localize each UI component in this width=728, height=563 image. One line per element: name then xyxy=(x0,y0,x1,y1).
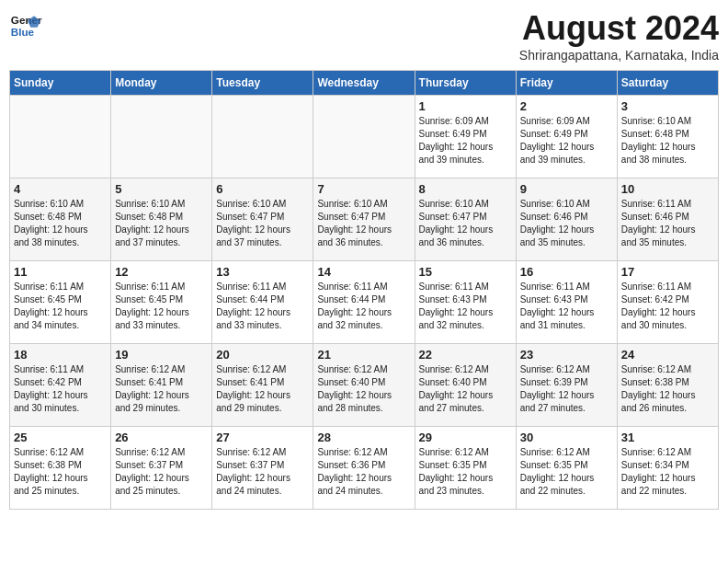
day-info: Sunrise: 6:12 AM Sunset: 6:38 PM Dayligh… xyxy=(621,363,714,415)
day-info: Sunrise: 6:12 AM Sunset: 6:40 PM Dayligh… xyxy=(317,363,410,415)
calendar-day-cell: 23Sunrise: 6:12 AM Sunset: 6:39 PM Dayli… xyxy=(516,344,617,427)
day-number: 26 xyxy=(115,431,208,444)
day-number: 29 xyxy=(419,431,512,444)
day-info: Sunrise: 6:11 AM Sunset: 6:46 PM Dayligh… xyxy=(621,198,714,249)
calendar-day-cell xyxy=(212,96,313,178)
calendar-day-cell: 8Sunrise: 6:10 AM Sunset: 6:47 PM Daylig… xyxy=(415,178,516,261)
day-number: 22 xyxy=(419,348,512,362)
calendar-day-cell xyxy=(10,96,111,178)
day-info: Sunrise: 6:11 AM Sunset: 6:44 PM Dayligh… xyxy=(317,281,410,332)
day-info: Sunrise: 6:12 AM Sunset: 6:41 PM Dayligh… xyxy=(115,363,208,415)
day-number: 18 xyxy=(14,348,107,362)
calendar-day-cell: 3Sunrise: 6:10 AM Sunset: 6:48 PM Daylig… xyxy=(617,96,718,178)
calendar-day-cell: 15Sunrise: 6:11 AM Sunset: 6:43 PM Dayli… xyxy=(415,261,516,344)
day-number: 21 xyxy=(317,348,410,362)
day-number: 3 xyxy=(621,99,714,113)
day-info: Sunrise: 6:11 AM Sunset: 6:44 PM Dayligh… xyxy=(216,281,309,332)
day-info: Sunrise: 6:12 AM Sunset: 6:39 PM Dayligh… xyxy=(520,363,613,415)
day-info: Sunrise: 6:12 AM Sunset: 6:37 PM Dayligh… xyxy=(115,446,208,498)
calendar-day-cell: 12Sunrise: 6:11 AM Sunset: 6:45 PM Dayli… xyxy=(111,261,212,344)
day-info: Sunrise: 6:12 AM Sunset: 6:40 PM Dayligh… xyxy=(419,363,512,415)
day-info: Sunrise: 6:10 AM Sunset: 6:48 PM Dayligh… xyxy=(115,198,208,249)
day-info: Sunrise: 6:11 AM Sunset: 6:43 PM Dayligh… xyxy=(520,281,613,332)
weekday-header-cell: Saturday xyxy=(617,71,718,96)
calendar-day-cell: 9Sunrise: 6:10 AM Sunset: 6:46 PM Daylig… xyxy=(516,178,617,261)
day-number: 1 xyxy=(419,99,512,113)
weekday-header-cell: Thursday xyxy=(415,71,516,96)
calendar-day-cell: 21Sunrise: 6:12 AM Sunset: 6:40 PM Dayli… xyxy=(313,344,415,427)
day-number: 11 xyxy=(14,265,107,279)
day-info: Sunrise: 6:10 AM Sunset: 6:46 PM Dayligh… xyxy=(520,198,613,249)
logo: General Blue General Blue xyxy=(9,9,42,42)
calendar-day-cell: 29Sunrise: 6:12 AM Sunset: 6:35 PM Dayli… xyxy=(415,427,516,510)
calendar-day-cell: 18Sunrise: 6:11 AM Sunset: 6:42 PM Dayli… xyxy=(10,344,111,427)
calendar-day-cell: 16Sunrise: 6:11 AM Sunset: 6:43 PM Dayli… xyxy=(516,261,617,344)
day-info: Sunrise: 6:09 AM Sunset: 6:49 PM Dayligh… xyxy=(520,115,613,167)
calendar-day-cell: 19Sunrise: 6:12 AM Sunset: 6:41 PM Dayli… xyxy=(111,344,212,427)
day-number: 28 xyxy=(317,431,410,444)
calendar-day-cell: 5Sunrise: 6:10 AM Sunset: 6:48 PM Daylig… xyxy=(111,178,212,261)
day-number: 19 xyxy=(115,348,208,362)
calendar-day-cell: 31Sunrise: 6:12 AM Sunset: 6:34 PM Dayli… xyxy=(617,427,718,510)
calendar-day-cell xyxy=(111,96,212,178)
day-info: Sunrise: 6:10 AM Sunset: 6:48 PM Dayligh… xyxy=(14,198,107,249)
calendar-day-cell: 2Sunrise: 6:09 AM Sunset: 6:49 PM Daylig… xyxy=(516,96,617,178)
day-number: 5 xyxy=(115,182,208,196)
day-number: 30 xyxy=(520,431,613,444)
day-info: Sunrise: 6:10 AM Sunset: 6:47 PM Dayligh… xyxy=(216,198,309,249)
day-info: Sunrise: 6:12 AM Sunset: 6:35 PM Dayligh… xyxy=(419,446,512,498)
calendar-day-cell: 1Sunrise: 6:09 AM Sunset: 6:49 PM Daylig… xyxy=(415,96,516,178)
calendar-day-cell: 6Sunrise: 6:10 AM Sunset: 6:47 PM Daylig… xyxy=(212,178,313,261)
logo-icon: General Blue xyxy=(9,9,42,42)
calendar-body: 1Sunrise: 6:09 AM Sunset: 6:49 PM Daylig… xyxy=(10,96,719,510)
page-header: General Blue General Blue August 2024 Sh… xyxy=(9,9,719,63)
calendar-day-cell: 22Sunrise: 6:12 AM Sunset: 6:40 PM Dayli… xyxy=(415,344,516,427)
day-number: 9 xyxy=(520,182,613,196)
weekday-header-row: SundayMondayTuesdayWednesdayThursdayFrid… xyxy=(10,71,719,96)
day-number: 27 xyxy=(216,431,309,444)
day-info: Sunrise: 6:11 AM Sunset: 6:43 PM Dayligh… xyxy=(419,281,512,332)
calendar-day-cell: 28Sunrise: 6:12 AM Sunset: 6:36 PM Dayli… xyxy=(313,427,415,510)
calendar-day-cell: 20Sunrise: 6:12 AM Sunset: 6:41 PM Dayli… xyxy=(212,344,313,427)
calendar-day-cell: 17Sunrise: 6:11 AM Sunset: 6:42 PM Dayli… xyxy=(617,261,718,344)
day-info: Sunrise: 6:12 AM Sunset: 6:38 PM Dayligh… xyxy=(14,446,107,498)
day-number: 20 xyxy=(216,348,309,362)
day-number: 8 xyxy=(419,182,512,196)
calendar-week-row: 25Sunrise: 6:12 AM Sunset: 6:38 PM Dayli… xyxy=(10,427,719,510)
day-number: 2 xyxy=(520,99,613,113)
day-number: 12 xyxy=(115,265,208,279)
day-number: 16 xyxy=(520,265,613,279)
calendar-day-cell: 10Sunrise: 6:11 AM Sunset: 6:46 PM Dayli… xyxy=(617,178,718,261)
calendar-day-cell: 26Sunrise: 6:12 AM Sunset: 6:37 PM Dayli… xyxy=(111,427,212,510)
day-info: Sunrise: 6:12 AM Sunset: 6:41 PM Dayligh… xyxy=(216,363,309,415)
calendar-day-cell: 24Sunrise: 6:12 AM Sunset: 6:38 PM Dayli… xyxy=(617,344,718,427)
day-number: 17 xyxy=(621,265,714,279)
weekday-header-cell: Sunday xyxy=(10,71,111,96)
day-number: 23 xyxy=(520,348,613,362)
calendar-week-row: 1Sunrise: 6:09 AM Sunset: 6:49 PM Daylig… xyxy=(10,96,719,178)
day-info: Sunrise: 6:12 AM Sunset: 6:34 PM Dayligh… xyxy=(621,446,714,498)
day-info: Sunrise: 6:12 AM Sunset: 6:37 PM Dayligh… xyxy=(216,446,309,498)
day-info: Sunrise: 6:11 AM Sunset: 6:45 PM Dayligh… xyxy=(14,281,107,332)
calendar-table: SundayMondayTuesdayWednesdayThursdayFrid… xyxy=(9,70,719,510)
day-info: Sunrise: 6:11 AM Sunset: 6:42 PM Dayligh… xyxy=(621,281,714,332)
month-title: August 2024 xyxy=(519,9,719,48)
day-number: 14 xyxy=(317,265,410,279)
day-info: Sunrise: 6:12 AM Sunset: 6:35 PM Dayligh… xyxy=(520,446,613,498)
day-number: 6 xyxy=(216,182,309,196)
calendar-week-row: 11Sunrise: 6:11 AM Sunset: 6:45 PM Dayli… xyxy=(10,261,719,344)
calendar-day-cell: 25Sunrise: 6:12 AM Sunset: 6:38 PM Dayli… xyxy=(10,427,111,510)
calendar-day-cell: 4Sunrise: 6:10 AM Sunset: 6:48 PM Daylig… xyxy=(10,178,111,261)
calendar-day-cell: 11Sunrise: 6:11 AM Sunset: 6:45 PM Dayli… xyxy=(10,261,111,344)
weekday-header-cell: Tuesday xyxy=(212,71,313,96)
calendar-week-row: 4Sunrise: 6:10 AM Sunset: 6:48 PM Daylig… xyxy=(10,178,719,261)
weekday-header-cell: Monday xyxy=(111,71,212,96)
calendar-day-cell: 14Sunrise: 6:11 AM Sunset: 6:44 PM Dayli… xyxy=(313,261,415,344)
day-info: Sunrise: 6:11 AM Sunset: 6:42 PM Dayligh… xyxy=(14,363,107,415)
day-number: 10 xyxy=(621,182,714,196)
day-number: 7 xyxy=(317,182,410,196)
weekday-header-cell: Friday xyxy=(516,71,617,96)
day-info: Sunrise: 6:10 AM Sunset: 6:47 PM Dayligh… xyxy=(419,198,512,249)
calendar-week-row: 18Sunrise: 6:11 AM Sunset: 6:42 PM Dayli… xyxy=(10,344,719,427)
day-number: 15 xyxy=(419,265,512,279)
